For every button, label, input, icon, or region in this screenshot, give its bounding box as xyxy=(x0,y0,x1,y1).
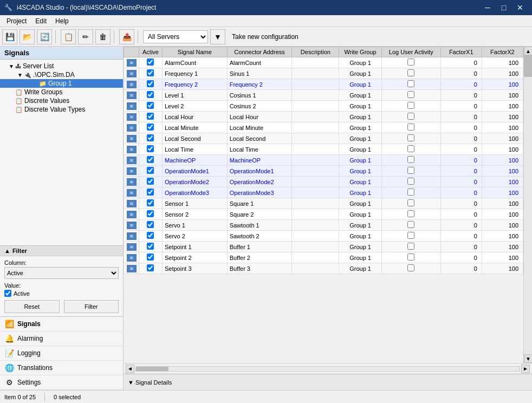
tree-item-write-groups[interactable]: 📋 Write Groups xyxy=(0,88,123,96)
filter-active-checkbox[interactable] xyxy=(4,290,11,297)
reset-button[interactable]: Reset xyxy=(4,300,60,313)
active-checkbox[interactable] xyxy=(147,210,154,217)
toolbar-btn-2[interactable]: 📂 xyxy=(20,29,35,44)
nav-settings[interactable]: ⚙ Settings xyxy=(0,375,123,390)
active-checkbox[interactable] xyxy=(147,264,154,271)
log-activity-cell[interactable] xyxy=(381,155,440,166)
log-activity-cell[interactable] xyxy=(381,101,440,112)
filter-button[interactable]: Filter xyxy=(64,300,119,313)
table-row[interactable]: ≋Level 2Cosinus 2Group 10100 xyxy=(124,101,523,112)
nav-signals[interactable]: 📶 Signals xyxy=(0,317,123,332)
scroll-down-btn[interactable]: ▼ xyxy=(524,354,532,363)
log-activity-cell[interactable] xyxy=(381,112,440,122)
tree-area[interactable]: ▼ 🖧 Server List ▼ 🔌 .\OPC.Sim.DA 📁 Group… xyxy=(0,60,123,245)
table-row[interactable]: ≋Servo 1Sawtooth 1Group 10100 xyxy=(124,220,523,231)
active-checkbox[interactable] xyxy=(147,199,154,206)
active-cell[interactable] xyxy=(139,231,163,242)
log-activity-cell[interactable] xyxy=(381,263,440,274)
filter-header[interactable]: ▲ Filter xyxy=(0,246,123,256)
log-activity-cell[interactable] xyxy=(381,90,440,101)
nav-logging[interactable]: 📝 Logging xyxy=(0,346,123,361)
log-activity-cell[interactable] xyxy=(381,242,440,252)
log-activity-checkbox[interactable] xyxy=(407,232,414,239)
tree-item-discrete-types[interactable]: 📋 Discrete Value Types xyxy=(0,105,123,114)
log-activity-cell[interactable] xyxy=(381,187,440,198)
table-row[interactable]: ≋Frequency 2Frequency 2Group 10100 xyxy=(124,79,523,90)
filter-column-select[interactable]: ActiveSignal NameConnector AddressDescri… xyxy=(4,267,119,279)
table-row[interactable]: ≋Local TimeLocal TimeGroup 10100 xyxy=(124,144,523,155)
table-row[interactable]: ≋MachineOPMachineOPGroup 10100 xyxy=(124,155,523,166)
col-connector-address[interactable]: Connector Address xyxy=(227,47,292,57)
log-activity-cell[interactable] xyxy=(381,68,440,79)
col-factor-x1[interactable]: FactorX1 xyxy=(440,47,482,57)
active-cell[interactable] xyxy=(139,242,163,252)
active-checkbox[interactable] xyxy=(147,243,154,250)
active-cell[interactable] xyxy=(139,122,163,133)
active-cell[interactable] xyxy=(139,166,163,177)
h-scroll-track[interactable] xyxy=(135,366,520,372)
toolbar-btn-3[interactable]: 🔄 xyxy=(37,29,52,44)
active-checkbox[interactable] xyxy=(147,145,154,152)
tree-item-group1[interactable]: 📁 Group 1 xyxy=(0,79,123,88)
active-checkbox[interactable] xyxy=(147,167,154,174)
log-activity-cell[interactable] xyxy=(381,252,440,263)
table-row[interactable]: ≋Level 1Cosinus 1Group 10100 xyxy=(124,90,523,101)
col-factor-x2[interactable]: FactorX2 xyxy=(482,47,523,57)
active-checkbox[interactable] xyxy=(147,253,154,261)
tree-item-opc[interactable]: ▼ 🔌 .\OPC.Sim.DA xyxy=(0,70,123,79)
active-cell[interactable] xyxy=(139,263,163,274)
log-activity-cell[interactable] xyxy=(381,198,440,209)
log-activity-checkbox[interactable] xyxy=(407,80,414,87)
active-cell[interactable] xyxy=(139,220,163,231)
log-activity-checkbox[interactable] xyxy=(407,253,414,261)
toolbar-btn-5[interactable]: ✏ xyxy=(78,29,93,44)
active-checkbox[interactable] xyxy=(147,113,154,120)
active-cell[interactable] xyxy=(139,112,163,122)
active-checkbox[interactable] xyxy=(147,232,154,239)
col-log-user-activity[interactable]: Log User Activity xyxy=(381,47,440,57)
active-checkbox[interactable] xyxy=(147,58,154,66)
toolbar-btn-6[interactable]: 🗑 xyxy=(95,29,111,44)
log-activity-checkbox[interactable] xyxy=(407,134,414,141)
table-row[interactable]: ≋Setpoint 2Buffer 2Group 10100 xyxy=(124,252,523,263)
active-cell[interactable] xyxy=(139,177,163,187)
scroll-up-btn[interactable]: ▲ xyxy=(524,47,532,55)
active-cell[interactable] xyxy=(139,252,163,263)
active-cell[interactable] xyxy=(139,101,163,112)
table-row[interactable]: ≋Local SecondLocal SecondGroup 10100 xyxy=(124,133,523,144)
log-activity-cell[interactable] xyxy=(381,122,440,133)
toolbar-btn-1[interactable]: 💾 xyxy=(2,29,17,44)
table-row[interactable]: ≋OperationMode1OperationMode1Group 10100 xyxy=(124,166,523,177)
active-cell[interactable] xyxy=(139,209,163,220)
log-activity-checkbox[interactable] xyxy=(407,145,414,152)
active-checkbox[interactable] xyxy=(147,102,154,109)
log-activity-cell[interactable] xyxy=(381,166,440,177)
nav-alarming[interactable]: 🔔 Alarming xyxy=(0,332,123,346)
log-activity-cell[interactable] xyxy=(381,133,440,144)
log-activity-checkbox[interactable] xyxy=(407,221,414,228)
active-checkbox[interactable] xyxy=(147,80,154,87)
table-row[interactable]: ≋Local HourLocal HourGroup 10100 xyxy=(124,112,523,122)
log-activity-checkbox[interactable] xyxy=(407,102,414,109)
active-checkbox[interactable] xyxy=(147,156,154,163)
log-activity-checkbox[interactable] xyxy=(407,210,414,217)
log-activity-checkbox[interactable] xyxy=(407,123,414,131)
active-cell[interactable] xyxy=(139,155,163,166)
log-activity-checkbox[interactable] xyxy=(407,91,414,98)
tree-item-server-list[interactable]: ▼ 🖧 Server List xyxy=(0,62,123,70)
active-checkbox[interactable] xyxy=(147,221,154,228)
col-signal-name[interactable]: Signal Name xyxy=(162,47,227,57)
table-row[interactable]: ≋OperationMode3OperationMode3Group 10100 xyxy=(124,187,523,198)
table-row[interactable]: ≋Local MinuteLocal MinuteGroup 10100 xyxy=(124,122,523,133)
log-activity-checkbox[interactable] xyxy=(407,167,414,174)
server-dropdown[interactable]: All Servers xyxy=(143,30,208,43)
table-row[interactable]: ≋Sensor 2Square 2Group 10100 xyxy=(124,209,523,220)
menu-edit[interactable]: Edit xyxy=(31,16,51,26)
log-activity-checkbox[interactable] xyxy=(407,199,414,206)
active-cell[interactable] xyxy=(139,198,163,209)
log-activity-cell[interactable] xyxy=(381,144,440,155)
log-activity-cell[interactable] xyxy=(381,220,440,231)
col-write-group[interactable]: Write Group xyxy=(339,47,381,57)
log-activity-checkbox[interactable] xyxy=(407,188,414,196)
table-row[interactable]: ≋Frequency 1Sinus 1Group 10100 xyxy=(124,68,523,79)
